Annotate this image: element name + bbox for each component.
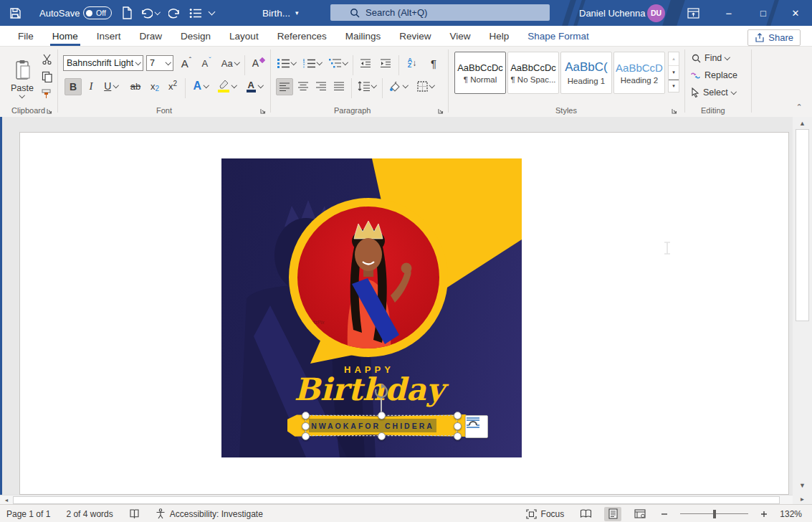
style-normal[interactable]: AaBbCcDc ¶ Normal <box>454 52 506 94</box>
replace-button[interactable]: Replace <box>690 70 737 80</box>
vertical-scrollbar[interactable]: ▲ ▼ <box>793 117 812 495</box>
increase-indent-button[interactable] <box>377 55 394 71</box>
tab-layout[interactable]: Layout <box>220 26 268 46</box>
accessibility-status[interactable]: Accessibility: Investigate <box>156 508 263 519</box>
tab-help[interactable]: Help <box>480 26 519 46</box>
read-mode-button[interactable] <box>577 507 594 521</box>
superscript-button[interactable]: x2 <box>164 78 181 94</box>
resize-handle-n[interactable] <box>378 412 386 419</box>
font-dialog-launcher[interactable] <box>259 106 267 114</box>
format-painter-button[interactable] <box>39 87 54 100</box>
bullets-button[interactable] <box>276 55 297 71</box>
close-button[interactable]: ✕ <box>779 0 812 26</box>
font-size-select[interactable]: 7 <box>146 55 173 71</box>
tab-design[interactable]: Design <box>171 26 220 46</box>
select-button[interactable]: Select <box>691 87 735 98</box>
page-indicator[interactable]: Page 1 of 1 <box>6 509 50 519</box>
font-color-button[interactable]: A <box>242 78 267 94</box>
style-heading-2[interactable]: AaBbCcD Heading 2 <box>613 52 665 94</box>
styles-dialog-launcher[interactable] <box>671 106 679 114</box>
tab-view[interactable]: View <box>440 26 479 46</box>
horizontal-scrollbar[interactable]: ◄ <box>0 495 793 505</box>
vertical-scroll-thumb[interactable] <box>796 129 809 321</box>
ribbon-display-options-button[interactable] <box>677 0 710 26</box>
share-button[interactable]: Share <box>747 29 801 46</box>
change-case-button[interactable]: Aa <box>219 55 241 71</box>
tab-file[interactable]: File <box>9 26 43 46</box>
scroll-right-button[interactable]: ► <box>793 495 812 504</box>
line-spacing-button[interactable] <box>355 78 378 94</box>
shading-button[interactable] <box>386 78 409 94</box>
word-count[interactable]: 2 of 4 words <box>66 509 113 519</box>
scroll-down-button[interactable]: ▼ <box>796 479 809 491</box>
align-center-button[interactable] <box>295 78 311 94</box>
search-input[interactable]: Search (Alt+Q) <box>330 4 550 21</box>
tab-shape-format[interactable]: Shape Format <box>518 26 598 46</box>
style-heading-1[interactable]: AaBbC( Heading 1 <box>560 52 612 94</box>
bullet-list-qat-button[interactable] <box>189 0 202 26</box>
tab-review[interactable]: Review <box>390 26 440 46</box>
italic-button[interactable]: I <box>85 78 97 94</box>
web-layout-button[interactable] <box>631 507 649 521</box>
horizontal-scroll-thumb[interactable] <box>13 496 780 504</box>
layout-options-button[interactable] <box>465 415 488 438</box>
show-hide-pilcrow-button[interactable]: ¶ <box>426 55 441 71</box>
focus-mode-button[interactable]: Focus <box>526 509 565 519</box>
resize-handle-e[interactable] <box>454 422 462 430</box>
find-button[interactable]: Find <box>692 53 730 63</box>
style-no-spacing[interactable]: AaBbCcDc ¶ No Spac... <box>507 52 559 94</box>
resize-handle-w[interactable] <box>302 422 310 430</box>
strikethrough-button[interactable]: ab <box>126 78 145 94</box>
tab-mailings[interactable]: Mailings <box>336 26 391 46</box>
qat-customize-button[interactable] <box>209 0 214 26</box>
zoom-slider-thumb[interactable] <box>713 510 716 518</box>
align-left-button[interactable] <box>276 78 293 95</box>
collapse-ribbon-button[interactable]: ⌃ <box>791 101 807 113</box>
autosave-toggle[interactable]: Off <box>83 0 112 26</box>
redo-button[interactable] <box>168 0 181 26</box>
paste-button[interactable]: Paste <box>7 52 37 104</box>
proofing-status[interactable] <box>129 508 140 519</box>
avatar[interactable]: DU <box>647 0 665 26</box>
numbering-button[interactable] <box>302 55 323 71</box>
align-right-button[interactable] <box>313 78 329 94</box>
resize-handle-s[interactable] <box>378 432 386 440</box>
print-layout-button[interactable] <box>604 507 621 521</box>
styles-scroll-down-button[interactable]: ▾ <box>669 65 679 79</box>
tab-draw[interactable]: Draw <box>130 26 172 46</box>
undo-button[interactable] <box>140 0 160 26</box>
font-name-select[interactable]: Bahnschrift Light <box>63 55 143 71</box>
copy-button[interactable] <box>39 70 54 83</box>
zoom-in-button[interactable] <box>758 507 770 521</box>
highlight-color-button[interactable] <box>215 78 239 94</box>
scroll-left-button[interactable]: ◄ <box>1 496 11 504</box>
maximize-button[interactable]: □ <box>747 0 780 26</box>
undo-dropdown-icon[interactable] <box>155 9 161 15</box>
user-name[interactable]: Daniel Uchenna <box>579 0 646 26</box>
resize-handle-sw[interactable] <box>302 432 310 440</box>
clear-formatting-button[interactable]: A <box>249 55 268 71</box>
multilevel-list-button[interactable] <box>328 55 349 71</box>
zoom-slider[interactable] <box>680 513 748 514</box>
justify-button[interactable] <box>331 78 347 94</box>
styles-gallery-more-button[interactable]: ▾ <box>669 79 679 92</box>
resize-handle-nw[interactable] <box>302 412 310 419</box>
shrink-font-button[interactable]: Aˇ <box>198 55 215 71</box>
document-page[interactable]: BeatzPix HAPPY Birthday NWAOKAFOR CHIDER… <box>19 132 789 495</box>
scroll-up-button[interactable]: ▲ <box>796 117 809 129</box>
cut-button[interactable] <box>39 52 54 65</box>
text-effects-button[interactable]: A <box>189 78 212 94</box>
borders-button[interactable] <box>414 78 438 94</box>
subscript-button[interactable]: x2 <box>146 78 163 94</box>
zoom-out-button[interactable] <box>659 507 670 521</box>
tab-home[interactable]: Home <box>43 26 87 46</box>
decrease-indent-button[interactable] <box>357 55 374 71</box>
resize-handle-se[interactable] <box>454 432 462 440</box>
zoom-level[interactable]: 132% <box>780 509 802 519</box>
clipboard-dialog-launcher[interactable] <box>46 106 54 114</box>
bold-button[interactable]: B <box>65 78 82 95</box>
styles-scroll-up-button[interactable]: ▴ <box>669 52 679 65</box>
new-document-button[interactable] <box>122 0 133 26</box>
sort-button[interactable]: AZ ↓ <box>403 55 421 71</box>
birthday-card-image[interactable]: BeatzPix HAPPY Birthday NWAOKAFOR CHIDER… <box>221 158 522 457</box>
